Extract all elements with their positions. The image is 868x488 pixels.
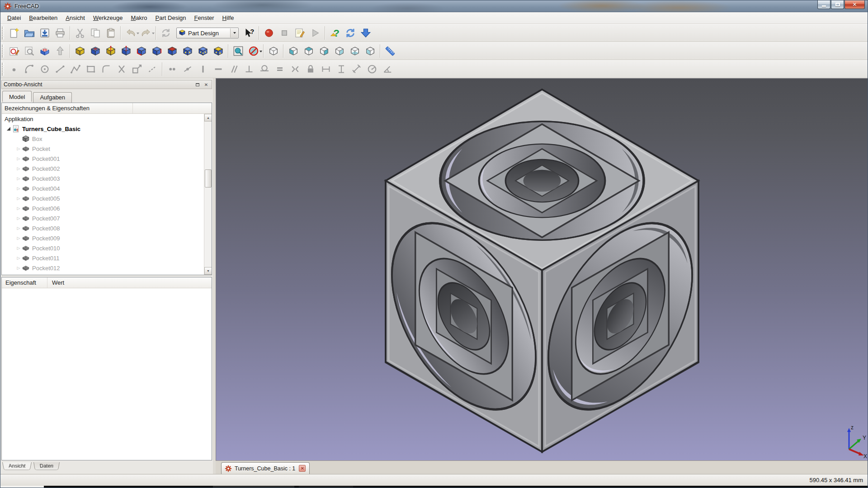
create-fillet-button[interactable] [99, 62, 113, 76]
expander-closed-icon[interactable]: ▷ [15, 186, 22, 191]
create-arc-button[interactable] [22, 62, 37, 76]
view-right-button[interactable] [317, 44, 331, 58]
tree-root-application[interactable]: Applikation [2, 114, 212, 124]
menu-item-ansicht[interactable]: Ansicht [61, 13, 89, 23]
tree-item[interactable]: ▷Pocket005 [2, 193, 212, 203]
expander-closed-icon[interactable]: ▷ [15, 216, 22, 221]
tab-daten[interactable]: Daten [33, 462, 60, 470]
panel-title-bar[interactable]: Combo-Ansicht ✕ [1, 80, 212, 89]
expander-closed-icon[interactable]: ▷ [15, 156, 22, 161]
expander-closed-icon[interactable]: ▷ [15, 206, 22, 211]
expander-closed-icon[interactable]: ▷ [15, 236, 22, 240]
constraint-angle-button[interactable] [380, 62, 395, 76]
expander-closed-icon[interactable]: ▷ [15, 176, 22, 181]
tree-item-document[interactable]: Turners_Cube_Basic [2, 124, 212, 134]
mirrored-button[interactable] [180, 44, 195, 58]
expander-closed-icon[interactable]: ▷ [15, 256, 22, 260]
view-top-button[interactable] [302, 44, 316, 58]
constraint-perpendicular-button[interactable] [242, 62, 256, 76]
scroll-up-button[interactable]: ▲ [204, 114, 212, 122]
tree-item[interactable]: ▷Pocket010 [2, 243, 212, 253]
tab-model[interactable]: Model [2, 91, 32, 102]
macro-record-button[interactable] [262, 26, 276, 40]
view-front-button[interactable] [286, 44, 301, 58]
menu-item-datei[interactable]: Datei [3, 13, 25, 23]
3d-model-turners-cube[interactable]: z Y X [216, 79, 868, 460]
tab-aufgaben[interactable]: Aufgaben [33, 92, 72, 103]
constraint-parallel-button[interactable] [226, 62, 241, 76]
tree-item[interactable]: ▷Pocket003 [2, 174, 212, 183]
download-button[interactable] [359, 26, 373, 40]
constraint-symmetric-button[interactable] [288, 62, 302, 76]
open-file-button[interactable] [22, 26, 37, 40]
tree-item[interactable]: ▷Pocket006 [2, 203, 212, 213]
whats-this-button[interactable]: ? [242, 26, 256, 40]
close-button[interactable]: ✕ [844, 0, 865, 9]
toolbar-drag-handle[interactable] [2, 27, 4, 39]
view-bottom-button[interactable] [348, 44, 362, 58]
expander-closed-icon[interactable]: ▷ [15, 246, 22, 250]
constraint-horizontal-distance-button[interactable] [319, 62, 333, 76]
map-sketch-button[interactable] [38, 44, 52, 58]
menu-item-part-design[interactable]: Part Design [151, 13, 190, 23]
chamfer-button[interactable] [150, 44, 164, 58]
print-button[interactable] [53, 26, 67, 40]
document-tab-close-button[interactable]: ✕ [299, 465, 306, 472]
menu-item-hilfe[interactable]: Hilfe [218, 13, 238, 23]
constraint-length-button[interactable] [349, 62, 364, 76]
draft-button[interactable] [165, 44, 179, 58]
view-rear-button[interactable] [332, 44, 347, 58]
tree-item[interactable]: ▷Pocket004 [2, 183, 212, 193]
pocket-button[interactable] [88, 44, 103, 58]
tree-item[interactable]: ▷Pocket002 [2, 164, 212, 174]
view-axonometric-button[interactable] [266, 44, 281, 58]
revolution-button[interactable] [104, 44, 118, 58]
view-left-button[interactable] [363, 44, 377, 58]
expander-closed-icon[interactable]: ▷ [15, 226, 22, 230]
pad-button[interactable] [73, 44, 87, 58]
constraint-coincident-button[interactable] [165, 62, 179, 76]
save-file-button[interactable] [38, 26, 52, 40]
document-tab[interactable]: Turners_Cube_Basic : 1 ✕ [221, 462, 310, 474]
create-polyline-button[interactable] [68, 62, 83, 76]
minimize-button[interactable] [817, 0, 830, 9]
title-bar[interactable]: FreeCAD ✕ [0, 0, 868, 12]
combo-dropdown-arrow[interactable] [230, 28, 238, 38]
web-update-button[interactable] [343, 26, 358, 40]
expander-closed-icon[interactable]: ▷ [15, 146, 22, 151]
expander-closed-icon[interactable]: ▷ [15, 196, 22, 201]
scroll-down-button[interactable]: ▼ [204, 267, 212, 275]
expander-closed-icon[interactable]: ▷ [15, 166, 22, 171]
fit-all-button[interactable] [231, 44, 245, 58]
constraint-radius-button[interactable] [365, 62, 379, 76]
constraint-equal-button[interactable] [273, 62, 287, 76]
dropdown-arrow[interactable] [152, 33, 155, 34]
tree-item[interactable]: ▷Pocket012 [2, 263, 212, 273]
constraint-lock-button[interactable] [303, 62, 318, 76]
measure-distance-button[interactable] [383, 44, 397, 58]
copy-button[interactable] [88, 26, 103, 40]
tree-scrollbar[interactable]: ▲ ▼ [204, 114, 212, 275]
cut-button[interactable] [73, 26, 87, 40]
view-sketch-button[interactable] [22, 44, 37, 58]
macro-play-button[interactable] [308, 26, 322, 40]
multi-transform-button[interactable] [211, 44, 226, 58]
new-file-button[interactable] [7, 26, 21, 40]
tree-item[interactable]: ▷Pocket [2, 144, 212, 154]
create-rectangle-button[interactable] [84, 62, 98, 76]
redo-button[interactable] [139, 26, 153, 40]
leave-sketch-button[interactable] [53, 44, 67, 58]
constraint-tangent-button[interactable] [257, 62, 272, 76]
paste-button[interactable] [104, 26, 118, 40]
new-sketch-button[interactable] [7, 44, 21, 58]
dropdown-arrow[interactable] [259, 51, 262, 52]
tab-ansicht[interactable]: Ansicht [2, 462, 32, 470]
constraint-vertical-button[interactable] [196, 62, 210, 76]
linear-pattern-button[interactable] [196, 44, 210, 58]
maximize-button[interactable] [831, 0, 844, 9]
3d-viewport[interactable]: z Y X [216, 78, 868, 460]
toolbar-drag-handle[interactable] [2, 45, 4, 57]
help-button[interactable]: ? [328, 26, 342, 40]
scrollbar-thumb[interactable] [205, 169, 212, 188]
tree-item[interactable]: ▷Pocket001 [2, 154, 212, 164]
